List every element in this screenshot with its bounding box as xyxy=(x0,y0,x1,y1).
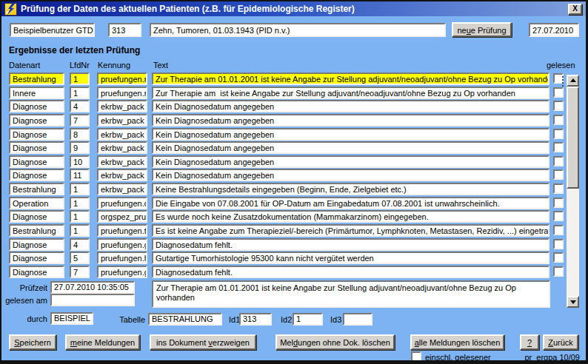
cell-kennung[interactable]: pruefungen.t xyxy=(97,224,147,237)
cell-lfdnr[interactable]: 10 xyxy=(70,155,90,168)
cell-kennung[interactable]: pruefungen.g xyxy=(97,238,147,251)
cell-datenart[interactable]: Bestrahlung xyxy=(9,73,64,85)
table-row[interactable]: Bestrahlung1ekrbw_packKeine Bestrahlungs… xyxy=(9,183,566,195)
message-detail-box[interactable]: Zur Therapie am 01.01.2001 ist keine Ang… xyxy=(152,280,550,308)
neue-pruefung-button[interactable]: neue Prüfung xyxy=(452,22,512,37)
gelesen-checkbox[interactable] xyxy=(553,101,564,111)
table-row[interactable]: Diagnose11ekrbw_packKein Diagnosedatum a… xyxy=(9,169,566,181)
id3-field[interactable] xyxy=(343,313,372,326)
cell-kennung[interactable]: ekrbw_pack xyxy=(97,128,147,141)
patient-id-field[interactable]: 313 xyxy=(108,23,141,37)
cell-lfdnr[interactable]: 1 xyxy=(70,197,90,209)
cell-kennung[interactable]: orgspez_pru xyxy=(97,210,147,223)
table-row[interactable]: Innere1pruefungen.rZur Therapie am ist k… xyxy=(9,87,566,99)
cell-datenart[interactable]: Operation xyxy=(9,197,64,209)
meldungen-ohne-dok-loeschen-button[interactable]: Meldungen ohne Dok. löschen xyxy=(275,334,395,350)
gelesen-checkbox[interactable] xyxy=(553,156,564,166)
speichern-button[interactable]: Speichern xyxy=(9,334,56,350)
cell-datenart[interactable]: Diagnose xyxy=(9,155,64,168)
table-row[interactable]: Diagnose5pruefungen.hGutartige Tumorhist… xyxy=(9,252,566,264)
einschl-gelesener-checkbox[interactable] xyxy=(411,351,421,362)
gelesen-checkbox[interactable] xyxy=(553,115,564,125)
table-row[interactable]: Diagnose8ekrbw_packKein Diagnosedatum an… xyxy=(9,128,566,141)
cell-kennung[interactable]: ekrbw_pack xyxy=(97,114,147,127)
gelesen-checkbox[interactable] xyxy=(553,198,564,208)
zurueck-button[interactable]: Zurück xyxy=(543,334,578,350)
cell-kennung[interactable]: ekrbw_pack xyxy=(97,183,147,195)
cell-kennung[interactable]: pruefungen.r xyxy=(97,73,147,85)
cell-text[interactable]: Diagnosedatum fehlt. xyxy=(152,266,549,278)
cell-datenart[interactable]: Diagnose xyxy=(9,141,64,154)
close-button[interactable]: X xyxy=(568,4,582,15)
gelesen-am-field[interactable] xyxy=(50,294,135,306)
cell-datenart[interactable]: Diagnose xyxy=(9,210,64,223)
gelesen-checkbox[interactable] xyxy=(553,239,564,249)
cell-datenart[interactable]: Diagnose xyxy=(9,252,64,264)
id2-field[interactable]: 1 xyxy=(293,313,323,326)
scrollbar-thumb[interactable] xyxy=(567,87,579,189)
cell-text[interactable]: Kein Diagnosedatum angegeben xyxy=(152,114,549,127)
gelesen-checkbox[interactable] xyxy=(553,225,564,235)
cell-kennung[interactable]: pruefungen.r xyxy=(97,87,147,99)
cell-lfdnr[interactable]: 4 xyxy=(70,100,90,112)
cell-datenart[interactable]: Innere xyxy=(9,87,64,99)
cell-text[interactable]: Zur Therapie am 01.01.2001 ist keine Ang… xyxy=(152,73,549,85)
table-row[interactable]: Diagnose7pruefungen.gDiagnosedatum fehlt… xyxy=(9,266,566,278)
cell-datenart[interactable]: Diagnose xyxy=(9,238,64,251)
cell-text[interactable]: Kein Diagnosedatum angegeben xyxy=(152,169,549,181)
table-row[interactable]: Diagnose10ekrbw_packKein Diagnosedatum a… xyxy=(9,155,566,168)
cell-datenart[interactable]: Diagnose xyxy=(9,114,64,127)
scrollbar-up-button[interactable] xyxy=(567,75,579,87)
cell-text[interactable]: Kein Diagnosedatum angegeben xyxy=(152,155,549,168)
cell-lfdnr[interactable]: 1 xyxy=(70,210,90,223)
table-row[interactable]: Diagnose4ekrbw_packKein Diagnosedatum an… xyxy=(9,100,566,112)
cell-text[interactable]: Kein Diagnosedatum angegeben xyxy=(152,141,549,154)
cell-lfdnr[interactable]: 1 xyxy=(70,87,90,99)
cell-datenart[interactable]: Diagnose xyxy=(9,169,64,181)
gelesen-checkbox[interactable] xyxy=(553,129,564,139)
cell-kennung[interactable]: ekrbw_pack xyxy=(97,141,147,154)
cell-kennung[interactable]: ekrbw_pack xyxy=(97,100,147,112)
cell-lfdnr[interactable]: 7 xyxy=(70,266,90,278)
ins-dokument-verzweigen-button[interactable]: ins Dokument verzweigen xyxy=(150,334,256,350)
cell-text[interactable]: Die Eingabe von 07.08.2001 für OP-Datum … xyxy=(152,197,549,209)
gelesen-checkbox[interactable] xyxy=(553,266,564,277)
durch-field[interactable]: BEISPIEL xyxy=(50,312,93,325)
cell-lfdnr[interactable]: 1 xyxy=(70,73,90,85)
list-scrollbar[interactable] xyxy=(567,75,579,308)
table-row[interactable]: Diagnose7ekrbw_packKein Diagnosedatum an… xyxy=(9,114,566,127)
pruefzeit-field[interactable]: 27.07.2010 10:35:05 xyxy=(50,281,135,294)
cell-datenart[interactable]: Bestrahlung xyxy=(9,183,64,195)
cell-text[interactable]: Gutartige Tumorhistologie 95300 kann nic… xyxy=(152,252,549,264)
table-row[interactable]: Diagnose4pruefungen.gDiagnosedatum fehlt… xyxy=(9,238,566,251)
cell-text[interactable]: Kein Diagnosedatum angegeben xyxy=(152,100,549,112)
id1-field[interactable]: 313 xyxy=(239,313,272,326)
cell-kennung[interactable]: pruefungen.h xyxy=(97,252,147,264)
gelesen-checkbox[interactable] xyxy=(553,87,564,98)
help-button[interactable]: ? xyxy=(520,334,539,350)
cell-lfdnr[interactable]: 11 xyxy=(70,169,90,181)
gelesen-checkbox[interactable] xyxy=(553,142,564,152)
cell-kennung[interactable]: pruefungen.d xyxy=(97,197,147,209)
cell-lfdnr[interactable]: 4 xyxy=(70,238,90,251)
cell-text[interactable]: Es wurde noch keine Zusatzdokumentation … xyxy=(152,210,549,223)
cell-lfdnr[interactable]: 9 xyxy=(70,141,90,154)
cell-kennung[interactable]: pruefungen.g xyxy=(97,266,147,278)
meine-meldungen-button[interactable]: meine Meldungen xyxy=(65,334,140,350)
cell-lfdnr[interactable]: 8 xyxy=(70,128,90,141)
user-field[interactable]: Beispielbenutzer GTDS xyxy=(10,23,95,37)
scrollbar-down-button[interactable] xyxy=(567,296,579,308)
table-row[interactable]: Diagnose1orgspez_pruEs wurde noch keine … xyxy=(9,210,566,223)
cell-kennung[interactable]: ekrbw_pack xyxy=(97,155,147,168)
alle-meldungen-loeschen-button[interactable]: alle Meldungen löschen xyxy=(410,334,504,350)
cell-lfdnr[interactable]: 1 xyxy=(70,183,90,195)
gelesen-checkbox[interactable] xyxy=(553,252,564,263)
table-row[interactable]: Diagnose9ekrbw_packKein Diagnosedatum an… xyxy=(9,141,566,154)
cell-text[interactable]: Kein Diagnosedatum angegeben xyxy=(152,128,549,141)
cell-datenart[interactable]: Diagnose xyxy=(9,100,64,112)
cell-datenart[interactable]: Diagnose xyxy=(9,128,64,141)
cell-text[interactable]: Keine Bestrahlungsdetails eingegeben (Be… xyxy=(152,183,549,195)
cell-text[interactable]: Es ist keine Angabe zum Therapieziel/-be… xyxy=(152,224,549,237)
gelesen-checkbox[interactable] xyxy=(553,183,564,194)
cell-kennung[interactable]: ekrbw_pack xyxy=(97,169,147,181)
